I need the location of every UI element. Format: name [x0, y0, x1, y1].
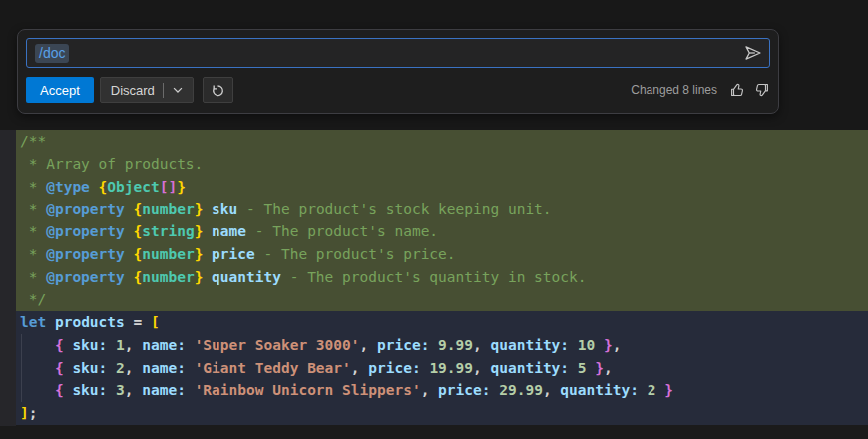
chat-status: Changed 8 lines	[631, 82, 770, 98]
chat-input[interactable]: /doc	[26, 38, 770, 68]
code-line[interactable]: * @property {number} price - The product…	[20, 243, 868, 266]
indent-guide	[21, 334, 22, 402]
editor-gutter	[0, 130, 16, 426]
discard-button[interactable]: Discard	[100, 77, 194, 103]
code-line[interactable]: */	[20, 288, 868, 311]
inline-chat-widget: /doc Accept Discard	[17, 29, 779, 114]
code-lines-block: let products = [ { sku: 1, name: 'Super …	[16, 311, 868, 425]
thumbs-up-icon[interactable]	[729, 82, 745, 98]
code-line[interactable]: { sku: 1, name: 'Super Soaker 3000', pri…	[20, 334, 868, 357]
send-icon[interactable]	[744, 44, 762, 62]
chat-actions-row: Accept Discard Changed 8 lines	[26, 77, 770, 103]
code-line[interactable]: /**	[20, 130, 868, 153]
code-line[interactable]: { sku: 3, name: 'Rainbow Unicorn Slipper…	[20, 379, 868, 402]
chevron-down-icon[interactable]	[171, 83, 185, 97]
discard-label: Discard	[111, 83, 155, 98]
changed-lines-status: Changed 8 lines	[631, 83, 717, 97]
accept-button[interactable]: Accept	[26, 77, 94, 103]
code-line[interactable]: * @property {number} quantity - The prod…	[20, 266, 868, 289]
code-line[interactable]: * @property {string} name - The product'…	[20, 220, 868, 243]
button-separator	[163, 83, 164, 98]
thumbs-down-icon[interactable]	[754, 82, 770, 98]
code-line[interactable]: let products = [	[20, 311, 868, 334]
rerun-button[interactable]	[203, 77, 233, 103]
slash-command-chip: /doc	[35, 44, 69, 63]
code-line[interactable]: ];	[20, 402, 868, 425]
inserted-lines-block: /** * Array of products. * @type {Object…	[16, 130, 868, 311]
code-line[interactable]: * Array of products.	[20, 153, 868, 176]
code-editor[interactable]: /** * Array of products. * @type {Object…	[0, 130, 868, 439]
code-line[interactable]: { sku: 2, name: 'Giant Teddy Bear', pric…	[20, 357, 868, 380]
code-line[interactable]: * @type {Object[]}	[20, 176, 868, 199]
code-line[interactable]: * @property {number} sku - The product's…	[20, 198, 868, 220]
refresh-icon	[211, 83, 225, 98]
